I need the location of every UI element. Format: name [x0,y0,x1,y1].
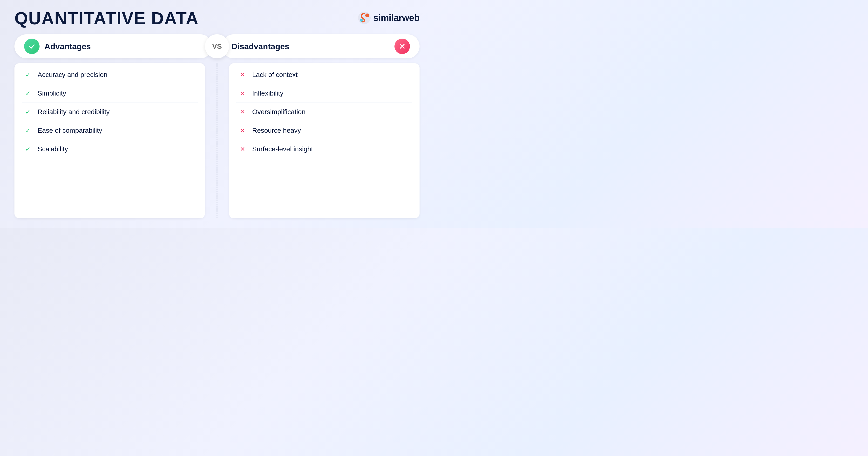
disadvantages-header: Disadvantages [222,34,420,58]
cross-icon-5: ✕ [239,145,246,153]
similarweb-logo-icon [358,11,371,24]
logo-text: similarweb [373,13,420,23]
headers-row: Advantages VS Disadvantages [14,34,420,58]
advantages-header: Advantages [14,34,212,58]
cross-icon-1: ✕ [239,71,246,79]
divider [217,63,217,218]
advantage-item-1: ✓ Accuracy and precision [22,66,198,84]
x-circle-icon [395,38,410,54]
check-icon-5: ✓ [24,145,32,153]
advantage-item-5: ✓ Scalability [22,140,198,158]
advantage-text-5: Scalability [38,145,68,153]
vs-label: VS [205,34,229,58]
advantages-label: Advantages [44,42,91,51]
logo: similarweb [358,11,420,24]
advantages-list: ✓ Accuracy and precision ✓ Simplicity ✓ … [14,63,205,218]
main-content: Advantages VS Disadvantages ✓ Accuracy a… [14,34,420,218]
disadvantage-text-5: Surface-level insight [252,145,313,153]
disadvantage-text-4: Resource heavy [252,127,301,134]
svg-point-1 [365,13,369,18]
cross-icon-2: ✕ [239,90,246,97]
disadvantage-item-2: ✕ Inflexibility [236,84,412,103]
advantage-item-4: ✓ Ease of comparability [22,121,198,140]
disadvantage-item-3: ✕ Oversimplification [236,103,412,121]
check-circle-icon [24,38,39,54]
disadvantage-item-4: ✕ Resource heavy [236,121,412,140]
advantage-item-3: ✓ Reliability and credibility [22,103,198,121]
advantage-text-4: Ease of comparability [38,127,102,134]
svg-point-2 [360,19,363,22]
advantage-text-2: Simplicity [38,89,66,97]
advantage-item-2: ✓ Simplicity [22,84,198,103]
cross-icon-4: ✕ [239,127,246,134]
disadvantage-item-1: ✕ Lack of context [236,66,412,84]
disadvantages-label: Disadvantages [231,42,289,51]
page-header: QUANTITATIVE DATA similarweb [14,10,420,27]
disadvantage-item-5: ✕ Surface-level insight [236,140,412,158]
disadvantage-text-2: Inflexibility [252,89,283,97]
disadvantage-text-3: Oversimplification [252,108,306,116]
disadvantages-list: ✕ Lack of context ✕ Inflexibility ✕ Over… [229,63,420,218]
check-icon-1: ✓ [24,71,32,79]
page-title: QUANTITATIVE DATA [14,10,199,27]
check-icon-3: ✓ [24,108,32,116]
check-icon-2: ✓ [24,90,32,97]
disadvantage-text-1: Lack of context [252,71,298,79]
advantage-text-1: Accuracy and precision [38,71,107,79]
lists-row: ✓ Accuracy and precision ✓ Simplicity ✓ … [14,63,420,218]
advantage-text-3: Reliability and credibility [38,108,110,116]
cross-icon-3: ✕ [239,108,246,116]
check-icon-4: ✓ [24,127,32,134]
